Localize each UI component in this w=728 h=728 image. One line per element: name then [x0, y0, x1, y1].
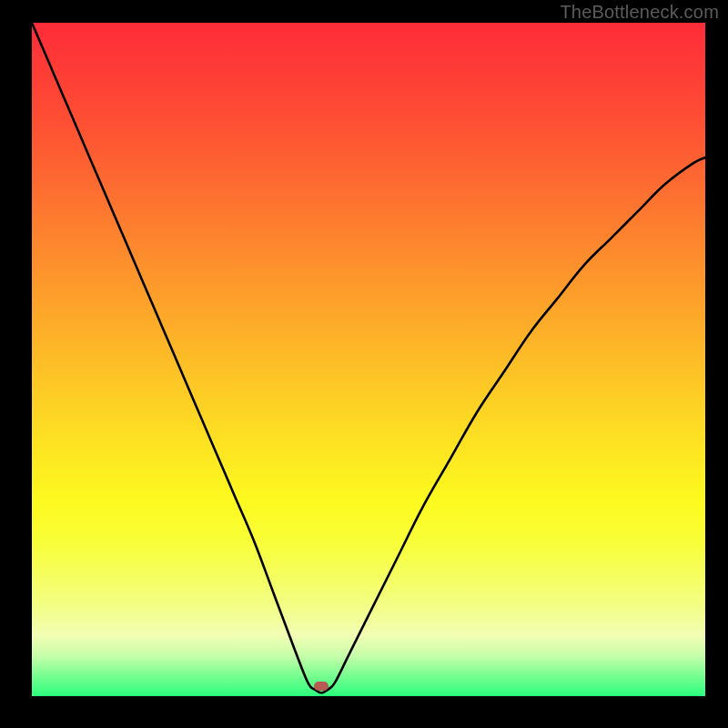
bottleneck-curve: [32, 23, 705, 693]
optimal-point-marker: [314, 682, 329, 691]
chart-container: TheBottleneck.com: [0, 0, 728, 728]
plot-area: [32, 23, 705, 696]
watermark-text: TheBottleneck.com: [560, 2, 719, 23]
curve-svg: [32, 23, 705, 696]
